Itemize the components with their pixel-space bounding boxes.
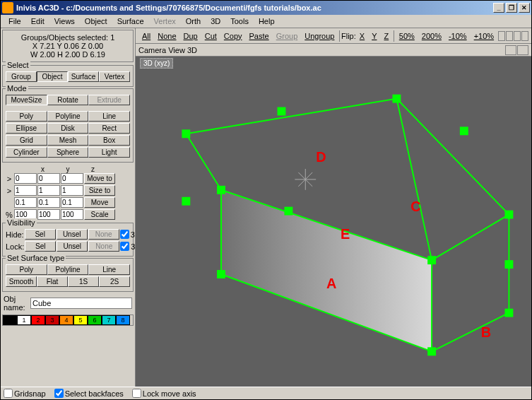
menu-orth[interactable]: Orth [181,16,206,27]
gridsnap-checkbox[interactable]: Gridsnap [4,389,46,398]
face-c: C [410,199,420,214]
shape-poly[interactable]: Poly [6,111,47,122]
color-swatch-6[interactable]: 6 [88,315,102,325]
refresh-icon[interactable] [505,45,516,55]
menu-views[interactable]: Views [49,16,80,27]
shape-box[interactable]: Box [88,135,130,146]
color-swatch-2[interactable]: 2 [31,315,45,325]
select-vertex[interactable]: Vertex [99,71,130,82]
color-swatch-4[interactable]: 4 [59,315,73,325]
shape-light[interactable]: Light [88,147,130,158]
coord-3-y[interactable] [37,209,60,220]
coord-1-x[interactable] [14,185,37,196]
menu-file[interactable]: File [4,16,26,27]
shape-grid[interactable]: Grid [6,135,47,146]
coord-2-z[interactable] [61,197,83,208]
coord-0-z[interactable] [61,173,83,184]
lock-unsel-button[interactable]: Unsel [57,241,88,252]
surf-flat[interactable]: Flat [37,276,68,287]
surf-2s[interactable]: 2S [99,276,130,287]
menu-help[interactable]: Help [254,16,280,27]
menu-tools[interactable]: Tools [225,16,254,27]
shape-sphere[interactable]: Sphere [47,147,89,158]
coord-btn-move-to[interactable]: Move to [84,173,115,184]
coord-btn-move[interactable]: Move [84,197,115,208]
titlebar: Inivis AC3D - c:/Documents and Settings/… [1,1,531,15]
surf-polyline[interactable]: Polyline [47,264,89,275]
color-swatch-0[interactable] [3,315,17,325]
box-wireframe: A B C D E [136,57,531,387]
coord-btn-size-to[interactable]: Size to [84,185,115,196]
lock-label: Lock: [6,242,24,251]
surf-line[interactable]: Line [88,264,130,275]
coord-3-z[interactable] [61,209,83,220]
svg-rect-12 [460,127,468,135]
maximize-button[interactable]: ❐ [506,3,517,13]
coord-2-x[interactable] [14,197,37,208]
shape-line[interactable]: Line [88,111,130,122]
close-button[interactable]: ✕ [519,3,530,13]
coord-0-x[interactable] [14,173,37,184]
coord-0-y[interactable] [37,173,60,184]
hide-sel-button[interactable]: Sel [25,229,56,240]
shape-mesh[interactable]: Mesh [47,135,89,146]
shape-ellipse[interactable]: Ellipse [6,123,47,134]
select-object[interactable]: Object [37,71,68,82]
coord-lbl-0: > [5,175,13,183]
shape-polyline[interactable]: Polyline [47,111,89,122]
menu-vertex[interactable]: Vertex [149,16,181,27]
color-swatch-3[interactable]: 3 [45,315,59,325]
coord-1-z[interactable] [61,185,83,196]
minimize-button[interactable]: _ [493,3,504,13]
menu-3d[interactable]: 3D [206,16,225,27]
svg-rect-6 [427,256,436,264]
maximize-view-icon[interactable] [517,45,528,55]
menu-surface[interactable]: Surface [112,16,149,27]
svg-rect-8 [427,347,436,355]
coord-lbl-1: > [5,187,13,195]
objname-label: Obj name: [4,295,28,312]
objname-input[interactable] [30,298,132,309]
mode-rotate[interactable]: Rotate [47,95,89,105]
lock-none-button[interactable]: None [88,241,119,252]
mode-group: Mode MoveSizeRotateExtrude PolyPolylineL… [2,88,134,163]
viewport: Camera View 3D 3D (xyz) [136,44,531,387]
menubar: FileEditViewsObjectSurfaceVertexOrth3DTo… [1,15,531,28]
info-line1: Groups/Objects selected: 1 [6,33,130,42]
shape-rect[interactable]: Rect [88,123,130,134]
select-surface[interactable]: Surface [68,71,99,82]
viewport-header: Camera View 3D [136,44,531,57]
surf-smooth[interactable]: Smooth [6,276,37,287]
color-swatch-8[interactable]: 8 [116,315,130,325]
surf-1s[interactable]: 1S [68,276,99,287]
coord-2-y[interactable] [37,197,60,208]
hide-3d-checkbox[interactable]: 3D [120,230,136,239]
hide-none-button[interactable]: None [88,229,119,240]
svg-rect-1 [182,129,190,138]
shape-cylinder[interactable]: Cylinder [6,147,47,158]
3d-canvas[interactable]: 3D (xyz) [136,57,531,387]
coord-btn-scale[interactable]: Scale [84,209,115,220]
lockmove-checkbox[interactable]: Lock move axis [132,389,196,398]
app-icon [2,2,13,13]
menu-object[interactable]: Object [80,16,112,27]
backfaces-checkbox[interactable]: Select backfaces [54,389,124,398]
svg-rect-9 [284,207,292,216]
coord-1-y[interactable] [37,185,60,196]
color-swatch-5[interactable]: 5 [73,315,88,325]
lock-sel-button[interactable]: Sel [25,241,56,252]
lock-3d-checkbox[interactable]: 3D [120,242,136,251]
hide-label: Hide: [6,230,24,239]
visibility-group: Visibility Hide: Sel Unsel None 3D Lock:… [2,223,134,257]
shape-disk[interactable]: Disk [47,123,89,134]
vis-legend: Visibility [6,218,37,227]
svg-rect-5 [217,186,225,194]
select-group[interactable]: Group [6,71,37,82]
mode-movesize[interactable]: MoveSize [6,95,47,105]
menu-edit[interactable]: Edit [26,16,49,27]
mode-extrude[interactable]: Extrude [88,95,130,105]
surf-poly[interactable]: Poly [6,264,47,275]
color-swatch-7[interactable]: 7 [102,315,116,325]
hide-unsel-button[interactable]: Unsel [57,229,88,240]
color-swatch-1[interactable]: 1 [17,315,31,325]
